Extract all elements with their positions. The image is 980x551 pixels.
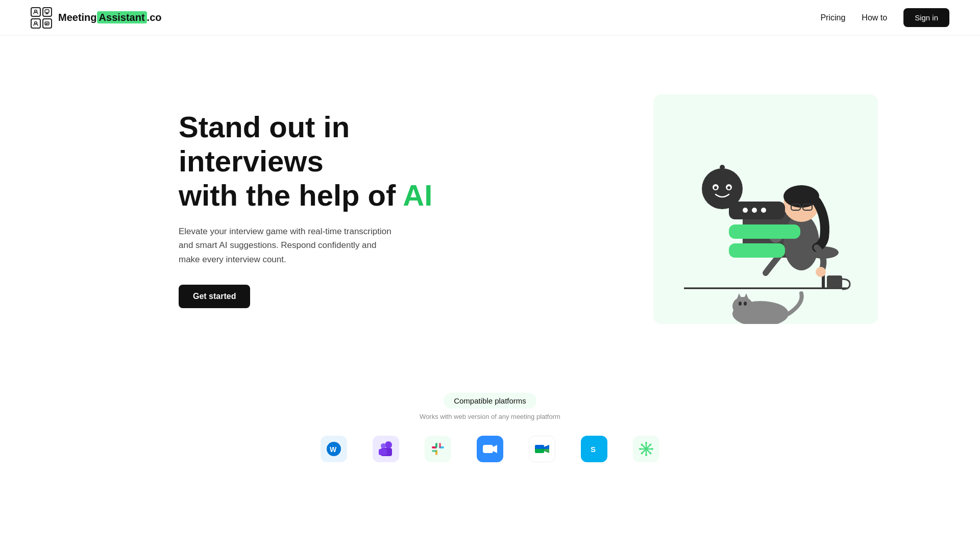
svg-point-25 [816,267,826,277]
platform-icon-slack [425,436,451,462]
svg-rect-12 [827,276,842,288]
logo-icon-cell-2 [42,7,53,17]
svg-rect-33 [729,202,785,219]
svg-rect-47 [435,443,437,448]
platform-icon-skype: S [581,436,607,462]
svg-rect-56 [535,449,544,453]
svg-point-32 [720,165,725,170]
svg-rect-55 [535,445,544,449]
svg-marker-58 [544,449,549,453]
svg-point-35 [752,208,757,213]
svg-point-69 [641,444,643,446]
logo-brand-before: Meeting [58,12,97,23]
logo: MeetingAssistant.co [31,7,162,29]
svg-rect-51 [483,445,493,453]
svg-point-72 [641,453,643,455]
hero-subtitle: Elevate your interview game with real-ti… [179,224,398,266]
logo-icon-svg-2 [44,9,50,15]
hero-illustration-svg [653,94,878,324]
signin-button[interactable]: Sign in [903,8,949,27]
howto-link[interactable]: How to [862,13,887,22]
platforms-subtitle: Works with web version of any meeting pl… [0,413,980,420]
platform-icon-zoom [477,436,503,462]
nav-links: Pricing How to Sign in [820,8,949,27]
svg-rect-1 [45,10,49,13]
platform-item-teams [373,436,399,462]
svg-point-71 [650,444,652,446]
hero-content: Stand out in interviewswith the help of … [179,110,444,308]
svg-rect-44 [379,449,387,455]
svg-point-19 [783,214,819,270]
svg-marker-57 [544,445,549,449]
svg-point-29 [714,186,717,189]
platform-icon-gmeet [529,436,555,462]
svg-point-70 [650,453,652,455]
svg-rect-50 [432,450,437,452]
logo-icon-cell-3 [31,18,41,29]
svg-rect-49 [439,443,441,448]
get-started-button[interactable]: Get started [179,285,250,308]
navbar: MeetingAssistant.co Pricing How to Sign … [0,0,980,36]
logo-text: MeetingAssistant.co [58,12,162,23]
platform-item-skype: S [581,436,607,462]
svg-text:S: S [591,445,596,454]
platform-icon-other [633,436,659,462]
svg-point-68 [651,448,653,450]
logo-icon [31,7,52,29]
logo-brand-after: .co [147,12,162,23]
platform-item-slack [425,436,451,462]
platform-icon-teams [373,436,399,462]
hero-image [653,94,878,324]
svg-point-34 [743,208,748,213]
platforms-icons-list: W [0,436,980,462]
platforms-section: Compatible platforms Works with web vers… [0,383,980,483]
svg-point-67 [639,448,641,450]
platform-icon-webex: W [321,436,347,462]
svg-text:W: W [330,445,337,454]
hero-title-ai: AI [403,179,432,212]
svg-marker-52 [493,445,497,453]
logo-brand-highlight: Assistant [97,11,147,23]
logo-icon-svg-3 [33,20,39,27]
platform-item-gmeet [529,436,555,462]
svg-point-36 [761,208,766,213]
hero-title: Stand out in interviewswith the help of … [179,110,444,212]
svg-rect-38 [729,243,785,258]
platform-item-other [633,436,659,462]
svg-point-65 [645,442,647,444]
platforms-badge: Compatible platforms [444,393,536,409]
svg-point-30 [727,186,730,189]
svg-point-18 [744,302,747,306]
platform-item-webex: W [321,436,347,462]
svg-point-66 [645,454,647,456]
svg-point-41 [385,441,392,448]
svg-point-14 [732,297,753,315]
platform-item-zoom [477,436,503,462]
logo-icon-cell-4 [42,18,53,29]
logo-icon-svg-1 [33,9,39,15]
logo-icon-svg-4 [44,20,50,27]
logo-icon-cell-1 [31,7,41,17]
svg-point-43 [381,443,386,448]
svg-point-17 [739,302,742,306]
pricing-link[interactable]: Pricing [820,13,845,22]
hero-section: Stand out in interviewswith the help of … [0,36,980,383]
svg-rect-37 [729,224,800,239]
